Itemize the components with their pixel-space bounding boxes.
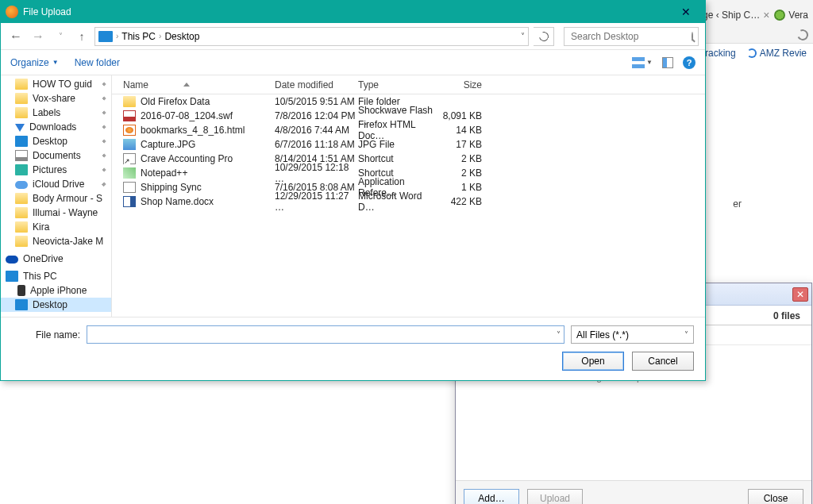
sidebar-label: Downloads bbox=[29, 121, 76, 133]
browser-tab-1[interactable]: age ‹ Ship C… × bbox=[697, 9, 769, 21]
pc-icon bbox=[98, 31, 113, 42]
sidebar-label: Documents bbox=[33, 150, 81, 161]
close-icon[interactable]: × bbox=[763, 9, 769, 21]
col-size[interactable]: Size bbox=[437, 79, 493, 90]
desktop-icon bbox=[15, 299, 28, 310]
filename-label: File name: bbox=[12, 329, 80, 340]
sidebar-item[interactable]: iCloud Drive bbox=[1, 177, 111, 191]
folder-icon bbox=[15, 79, 28, 90]
back-button[interactable]: ← bbox=[7, 28, 25, 45]
preview-pane-button[interactable] bbox=[662, 57, 673, 68]
sidebar-desktop[interactable]: Desktop bbox=[1, 298, 111, 312]
sidebar-thispc[interactable]: This PC bbox=[1, 269, 111, 283]
browser-tab-2[interactable]: Vera bbox=[774, 10, 808, 21]
file-icon bbox=[123, 153, 136, 164]
sidebar-item[interactable]: Illumai - Wayne bbox=[1, 206, 111, 220]
filename-field[interactable]: ˅ bbox=[87, 325, 564, 344]
toolbar: Organize ▼ New folder ▼ ? bbox=[1, 50, 705, 75]
button-label: Close bbox=[764, 493, 788, 504]
chevron-down-icon: ▼ bbox=[52, 59, 59, 66]
sidebar-item[interactable]: Labels bbox=[1, 106, 111, 120]
filter-label: All Files (*.*) bbox=[576, 329, 629, 340]
file-row[interactable]: bookmarks_4_8_16.html4/8/2016 7:44 AMFir… bbox=[112, 123, 705, 137]
window-title: File Upload bbox=[23, 6, 672, 17]
close-icon[interactable]: ✕ bbox=[792, 287, 808, 302]
bookmark-amz[interactable]: AMZ Revie bbox=[747, 48, 807, 59]
view-menu[interactable]: ▼ bbox=[632, 57, 653, 68]
add-button[interactable]: Add… bbox=[464, 489, 519, 504]
col-type[interactable]: Type bbox=[358, 79, 437, 90]
folder-icon bbox=[15, 124, 25, 132]
cancel-button[interactable]: Cancel bbox=[632, 352, 694, 371]
filename-input[interactable] bbox=[91, 329, 557, 341]
footer: File name: ˅ All Files (*.*) ˅ Open Canc… bbox=[1, 317, 705, 380]
file-icon bbox=[123, 182, 136, 193]
chevron-down-icon[interactable]: ˅ bbox=[521, 32, 525, 40]
file-upload-dialog: File Upload ✕ ← → ˅ ↑ › This PC › Deskto… bbox=[0, 0, 706, 381]
folder-icon bbox=[15, 181, 28, 189]
button-label: Cancel bbox=[648, 356, 677, 367]
search-icon bbox=[692, 32, 693, 41]
new-folder-button[interactable]: New folder bbox=[75, 57, 120, 68]
background-text: er bbox=[733, 198, 742, 210]
sidebar-item[interactable]: Vox-share bbox=[1, 91, 111, 106]
open-button[interactable]: Open bbox=[562, 352, 624, 371]
chevron-down-icon[interactable]: ˅ bbox=[557, 330, 561, 339]
onedrive-icon bbox=[6, 256, 18, 264]
sidebar-label: Body Armour - S bbox=[33, 193, 102, 204]
file-size: 2 KB bbox=[437, 167, 493, 179]
sidebar-onedrive[interactable]: OneDrive bbox=[1, 252, 111, 266]
breadcrumb-location[interactable]: Desktop bbox=[164, 31, 199, 42]
file-row[interactable]: Shop Name.docx12/29/2015 11:27 …Microsof… bbox=[112, 194, 705, 209]
titlebar[interactable]: File Upload ✕ bbox=[1, 1, 705, 23]
file-size: 17 KB bbox=[437, 139, 493, 150]
breadcrumb[interactable]: › This PC › Desktop ˅ bbox=[94, 27, 529, 46]
file-row[interactable]: Crave Accounting Pro8/14/2014 1:51 AMSho… bbox=[112, 152, 705, 166]
file-row[interactable]: Capture.JPG6/7/2016 11:18 AMJPG File17 K… bbox=[112, 137, 705, 152]
button-label: Upload bbox=[540, 493, 570, 504]
search-input[interactable] bbox=[569, 30, 692, 43]
favicon-icon bbox=[774, 10, 785, 21]
breadcrumb-pc[interactable]: This PC bbox=[121, 31, 156, 42]
recent-dropdown[interactable]: ˅ bbox=[52, 28, 69, 45]
sidebar-iphone[interactable]: Apple iPhone bbox=[1, 283, 111, 298]
phone-icon bbox=[17, 285, 25, 296]
sidebar-label: Desktop bbox=[33, 299, 67, 310]
refresh-icon bbox=[537, 29, 549, 42]
organize-menu[interactable]: Organize ▼ bbox=[10, 57, 59, 68]
col-name[interactable]: Name bbox=[112, 79, 275, 90]
close-icon[interactable]: ✕ bbox=[672, 4, 700, 20]
refresh-button[interactable] bbox=[534, 27, 554, 46]
search-box[interactable] bbox=[564, 27, 699, 46]
file-size: 1 KB bbox=[437, 182, 493, 193]
folder-icon bbox=[15, 150, 28, 161]
sidebar-item[interactable]: Kira bbox=[1, 220, 111, 234]
column-headers[interactable]: Name Date modified Type Size bbox=[112, 75, 705, 94]
forward-button[interactable]: → bbox=[29, 28, 47, 45]
sidebar-item[interactable]: Body Armour - S bbox=[1, 191, 111, 206]
reload-icon[interactable] bbox=[796, 28, 810, 42]
sidebar-item[interactable]: Desktop bbox=[1, 134, 111, 148]
file-type-filter[interactable]: All Files (*.*) ˅ bbox=[571, 325, 694, 344]
help-icon[interactable]: ? bbox=[683, 56, 695, 69]
close-button[interactable]: Close bbox=[748, 489, 803, 504]
file-date: 12/29/2015 11:27 … bbox=[275, 190, 358, 213]
chevron-down-icon: ▼ bbox=[646, 59, 653, 66]
folder-icon bbox=[15, 193, 28, 204]
firefox-icon bbox=[6, 6, 18, 18]
sidebar-item[interactable]: Downloads bbox=[1, 120, 111, 134]
file-size: 8,091 KB bbox=[437, 110, 493, 121]
sidebar-item[interactable]: HOW TO guid bbox=[1, 77, 111, 91]
up-button[interactable]: ↑ bbox=[74, 29, 90, 44]
sidebar-item[interactable]: Neovicta-Jake M bbox=[1, 234, 111, 248]
file-icon bbox=[123, 196, 136, 207]
file-name: Old Firefox Data bbox=[141, 96, 210, 107]
file-icon bbox=[123, 110, 136, 121]
upload-button[interactable]: Upload bbox=[527, 489, 583, 504]
organize-label: Organize bbox=[10, 57, 49, 68]
col-date[interactable]: Date modified bbox=[275, 79, 358, 90]
file-type: Shortcut bbox=[358, 153, 437, 164]
sidebar-item[interactable]: Documents bbox=[1, 148, 111, 163]
nav-row: ← → ˅ ↑ › This PC › Desktop ˅ bbox=[1, 23, 705, 50]
sidebar-item[interactable]: Pictures bbox=[1, 163, 111, 177]
